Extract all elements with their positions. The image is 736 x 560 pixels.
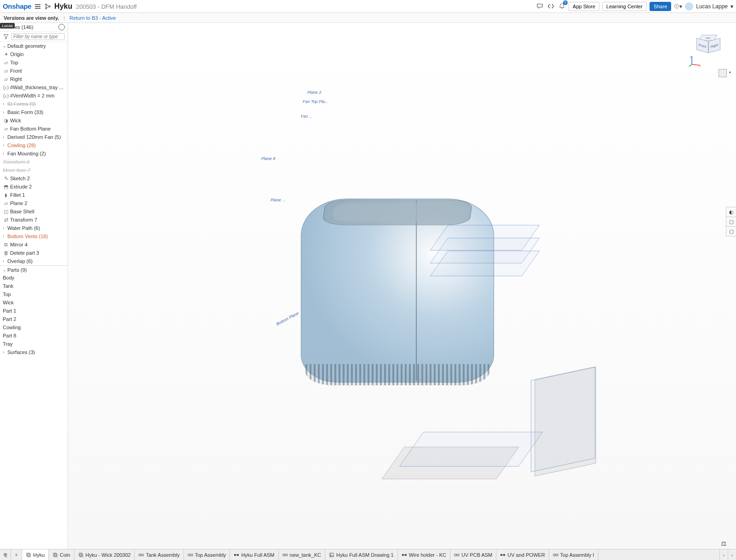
tree-fan-mounting[interactable]: ›Fan Mounting (2) — [0, 149, 68, 158]
reference-plane[interactable] — [399, 432, 543, 467]
tab-scroll-right[interactable]: › — [728, 549, 736, 560]
part-item[interactable]: Part 2 — [0, 315, 68, 323]
svg-rect-14 — [79, 553, 82, 556]
learning-center-button[interactable]: Learning Center — [602, 2, 647, 11]
document-title[interactable]: Hyku — [54, 2, 72, 11]
tree-bottom-vents[interactable]: ›Bottom Vents (18) — [0, 232, 68, 240]
delete-icon: 🗑 — [3, 250, 9, 256]
tab-top-assembly[interactable]: Top Assembly — [184, 549, 230, 560]
part-item[interactable]: Part 1 — [0, 307, 68, 315]
menu-icon[interactable] — [34, 3, 41, 10]
tab-hyku-wick-200302[interactable]: Hyku - Wick 200302 — [75, 549, 135, 560]
part-item[interactable]: Body — [0, 274, 68, 282]
tree-right-plane[interactable]: ▱Right — [0, 75, 68, 83]
tree-transform8[interactable]: Transform 8 — [0, 158, 68, 166]
user-tag: Lucas — [0, 23, 15, 29]
filter-icon[interactable] — [3, 34, 9, 40]
part-item[interactable]: Tray — [0, 340, 68, 348]
tree-fillet1[interactable]: ◗Fillet 1 — [0, 191, 68, 199]
tool-button[interactable]: ▢ — [726, 226, 736, 236]
tree-fan-bottom[interactable]: ▱Fan Bottom Plane — [0, 125, 68, 133]
comments-icon[interactable] — [535, 2, 544, 11]
history-icon[interactable] — [58, 24, 65, 30]
surfaces-header[interactable]: ›Surfaces (3) — [0, 348, 68, 356]
tab-label: Coin — [60, 552, 70, 558]
tree-basic-form[interactable]: ›Basic Form (33) — [0, 108, 68, 116]
code-icon[interactable] — [546, 2, 555, 11]
3d-viewport[interactable]: Top Front Right z x — [68, 23, 736, 549]
tree-wick[interactable]: ◑Wick — [0, 116, 68, 125]
part-item[interactable]: Tank — [0, 282, 68, 290]
right-tool-strip: ◐ ▢ ▢ — [726, 207, 736, 236]
reference-plane[interactable] — [430, 251, 540, 276]
return-link[interactable]: Return to B3 - Active — [69, 15, 116, 21]
cube-face-front[interactable]: Front — [696, 38, 708, 53]
plane-label[interactable]: Plane ... — [270, 198, 286, 202]
tab-add-icon[interactable]: ＋ — [11, 549, 22, 560]
share-button[interactable]: Share — [650, 2, 671, 11]
tree-overlap[interactable]: ›Overlap (6) — [0, 257, 68, 265]
plane-label[interactable]: Fan Top Pla... — [303, 99, 328, 104]
tab-hyku-full-asm-drawing-1[interactable]: Hyku Full ASM Drawing 1 — [325, 549, 398, 560]
parts-header[interactable]: ⌄Parts (9) — [0, 265, 68, 274]
part-item[interactable]: Wick — [0, 298, 68, 307]
tree-vent-width[interactable]: (𝑥)#VentWidth = 2 mm — [0, 91, 68, 100]
tab-tank-assembly[interactable]: Tank Assembly — [135, 549, 184, 560]
plane-label[interactable]: Plane 2 — [307, 90, 322, 95]
tree-mirror4[interactable]: ⧉Mirror 4 — [0, 240, 68, 249]
tab-hyku[interactable]: Hyku — [22, 549, 49, 560]
tree-wall-thickness[interactable]: (𝑥)#Wall_thickness_tray ... — [0, 83, 68, 91]
tree-transform7[interactable]: ⇄Transform 7 — [0, 216, 68, 224]
tree-sketch2[interactable]: ✎Sketch 2 — [0, 174, 68, 183]
tool-button[interactable]: ◐ — [726, 207, 736, 217]
tree-origin[interactable]: ✦Origin — [0, 50, 68, 58]
reference-plane[interactable] — [531, 366, 595, 472]
tree-id-forms[interactable]: ›ID Forms (9) — [0, 100, 68, 108]
plane-label[interactable]: Plane 8 — [261, 156, 276, 161]
tab-coin[interactable]: Coin — [49, 549, 75, 560]
render-mode-button[interactable] — [719, 69, 727, 77]
3d-model[interactable] — [273, 157, 531, 415]
tree-water-path[interactable]: ›Water Path (6) — [0, 224, 68, 232]
svg-text:x: x — [699, 65, 701, 67]
tab-top-assembly-i[interactable]: Top Assembly I — [549, 549, 598, 560]
filter-input[interactable] — [11, 33, 65, 40]
plane-icon: ▱ — [3, 76, 9, 82]
tab-hyku-full-asm[interactable]: Hyku Full ASM — [230, 549, 278, 560]
tree-default-geometry[interactable]: ⌄Default geometry — [0, 42, 68, 50]
version-graph-icon[interactable] — [44, 3, 52, 10]
tree-top-plane[interactable]: ▱Top — [0, 58, 68, 67]
username-label[interactable]: Lucas Lappe — [696, 3, 728, 10]
tab-wire-holder-kc[interactable]: Wire holder - KC — [398, 549, 450, 560]
app-store-button[interactable]: App Store — [569, 2, 599, 11]
part-item[interactable]: Part 8 — [0, 331, 68, 340]
part-item[interactable]: Top — [0, 290, 68, 298]
tool-button[interactable]: ▢ — [726, 217, 736, 227]
view-cube[interactable]: Top Front Right z x — [692, 32, 724, 64]
tree-delete3[interactable]: 🗑Delete part 3 — [0, 249, 68, 257]
plane-icon: ▱ — [3, 126, 9, 132]
notifications-icon[interactable]: 5 — [558, 2, 566, 11]
plane-label[interactable]: Fan ... — [301, 114, 313, 119]
tab-label: Hyku Full ASM — [241, 552, 274, 558]
part-item[interactable]: Cowling — [0, 323, 68, 331]
tab-uv-and-power[interactable]: UV and POWER — [496, 549, 549, 560]
tree-base-shell[interactable]: ◫Base Shell — [0, 207, 68, 216]
tab-new-tank-kc[interactable]: new_tank_KC — [279, 549, 326, 560]
user-avatar[interactable] — [685, 2, 693, 11]
tree-derived-fan[interactable]: ›Derived 120mm Fan (5) — [0, 133, 68, 141]
fillet-icon: ◗ — [3, 192, 9, 198]
help-icon[interactable]: ?▾ — [674, 2, 682, 11]
tree-moveface7[interactable]: Move face 7 — [0, 166, 68, 174]
tree-front-plane[interactable]: ▱Front — [0, 67, 68, 75]
tab-uv-pcb-asm[interactable]: UV PCB ASM — [450, 549, 496, 560]
tab-scroll-left[interactable]: ‹ — [719, 549, 728, 560]
onshape-logo[interactable]: Onshape — [3, 2, 31, 10]
tree-plane2[interactable]: ▱Plane 2 — [0, 199, 68, 207]
tab-type-icon — [329, 552, 334, 558]
tab-search-icon[interactable]: ⊕̱ — [0, 549, 11, 560]
cube-face-right[interactable]: Right — [708, 38, 720, 53]
tree-extrude2[interactable]: ⬒Extrude 2 — [0, 183, 68, 191]
tree-cowling[interactable]: ›Cowling (28) — [0, 141, 68, 149]
mass-properties-icon[interactable]: ⚖ — [721, 540, 727, 547]
